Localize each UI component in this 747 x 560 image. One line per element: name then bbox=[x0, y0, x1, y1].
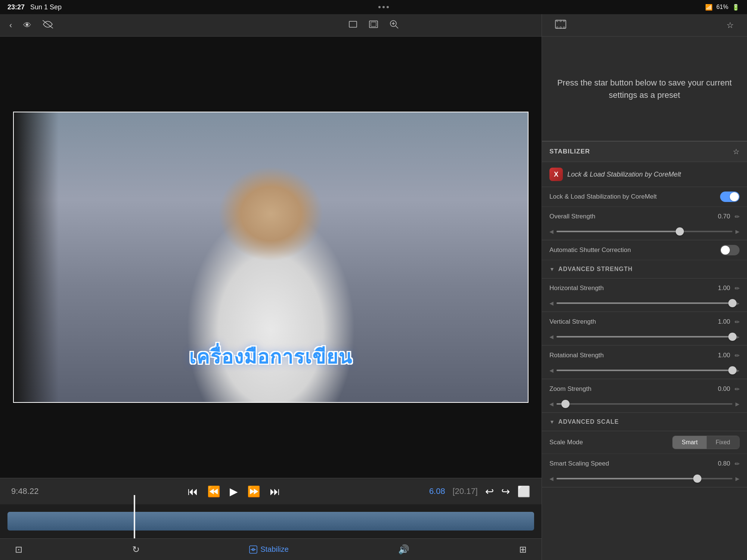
horizontal-thumb[interactable] bbox=[728, 299, 737, 307]
audio-button[interactable]: 🔊 bbox=[398, 544, 409, 555]
rotational-strength-label: Rotational Strength bbox=[549, 352, 715, 359]
rotational-fill bbox=[557, 370, 732, 371]
battery-icon: 🔋 bbox=[732, 4, 740, 11]
advanced-scale-header[interactable]: ▼ ADVANCED SCALE bbox=[542, 413, 747, 431]
main-container: เครื่องมือการเขียน 9:48.22 ⏮ ⏪ ▶ ⏩ ⏭ 6.0… bbox=[0, 37, 542, 560]
view-button-2[interactable] bbox=[41, 18, 55, 32]
zoom-right-arrow[interactable]: ▶ bbox=[735, 401, 740, 407]
subtitle-text: เครื่องมือการเขียน bbox=[189, 341, 353, 372]
zoom-thumb[interactable] bbox=[561, 400, 570, 408]
vertical-strength-edit-icon[interactable]: ✏ bbox=[735, 318, 740, 326]
zoom-left-arrow[interactable]: ◀ bbox=[549, 401, 554, 407]
vertical-left-arrow[interactable]: ◀ bbox=[549, 334, 554, 340]
frame-forward-button[interactable]: ⏩ bbox=[247, 485, 260, 498]
stabilizer-star-icon[interactable]: ☆ bbox=[733, 147, 740, 156]
frame-back-button[interactable]: ⏪ bbox=[207, 485, 220, 498]
zoom-button[interactable] bbox=[387, 18, 401, 33]
advanced-scale-chevron-icon: ▼ bbox=[549, 419, 555, 425]
track-bar bbox=[7, 512, 534, 531]
horizontal-left-arrow[interactable]: ◀ bbox=[549, 300, 554, 306]
right-panel: Press the star button below to save your… bbox=[542, 37, 747, 560]
smart-scaling-right-arrow[interactable]: ▶ bbox=[735, 476, 740, 482]
status-date: Sun 1 Sep bbox=[30, 3, 62, 11]
scale-mode-buttons: Smart Fixed bbox=[672, 436, 740, 449]
smart-scaling-left-arrow[interactable]: ◀ bbox=[549, 476, 554, 482]
toggle-label: Lock & Load Stabilization by CoreMelt bbox=[549, 193, 720, 200]
skip-to-start-button[interactable]: ⏮ bbox=[187, 485, 198, 498]
back-button[interactable]: ‹ bbox=[7, 19, 14, 32]
loop-button[interactable]: ↻ bbox=[132, 544, 140, 555]
status-right: 📶 61% 🔋 bbox=[705, 4, 740, 11]
fullscreen-button[interactable]: ⬜ bbox=[517, 485, 530, 498]
horizontal-strength-group: Horizontal Strength 1.00 ✏ ◀ ▶ bbox=[542, 279, 747, 312]
toggle-row-lockload: Lock & Load Stabilization by CoreMelt bbox=[542, 187, 747, 207]
overall-strength-group: Overall Strength 0.70 ✏ ◀ ▶ bbox=[542, 207, 747, 240]
smart-scaling-fill bbox=[557, 478, 697, 479]
scale-mode-label: Scale Mode bbox=[549, 439, 672, 446]
status-time: 23:27 bbox=[7, 3, 25, 11]
rotational-track[interactable] bbox=[557, 370, 732, 371]
zoom-strength-label: Zoom Strength bbox=[549, 385, 715, 393]
overall-strength-track[interactable] bbox=[557, 231, 732, 232]
svg-line-5 bbox=[396, 26, 398, 28]
scale-mode-fixed-button[interactable]: Fixed bbox=[707, 436, 739, 449]
overall-strength-edit-icon[interactable]: ✏ bbox=[735, 213, 740, 220]
preset-message: Press the star button below to save your… bbox=[542, 37, 747, 141]
rotational-strength-edit-icon[interactable]: ✏ bbox=[735, 352, 740, 359]
vertical-strength-group: Vertical Strength 1.00 ✏ ◀ ▶ bbox=[542, 312, 747, 346]
redo-button[interactable]: ↪ bbox=[501, 485, 510, 498]
crop-button[interactable] bbox=[346, 18, 360, 32]
overall-strength-row: Overall Strength 0.70 ✏ bbox=[542, 207, 747, 226]
toolbar-center bbox=[251, 18, 495, 33]
advanced-scale-title: ADVANCED SCALE bbox=[558, 419, 619, 425]
screenshot-button[interactable]: ⊡ bbox=[15, 544, 22, 555]
smart-scaling-thumb[interactable] bbox=[693, 475, 701, 483]
zoom-strength-slider: ◀ ▶ bbox=[542, 399, 747, 413]
shutter-correction-toggle[interactable] bbox=[720, 245, 740, 255]
view-button-1[interactable]: 👁 bbox=[21, 19, 33, 32]
skip-to-end-button[interactable]: ⏭ bbox=[270, 485, 280, 498]
vertical-strength-value: 1.00 bbox=[715, 318, 730, 326]
rotational-left-arrow[interactable]: ◀ bbox=[549, 367, 554, 373]
wifi-icon: 📶 bbox=[705, 4, 713, 11]
smart-scaling-speed-edit-icon[interactable]: ✏ bbox=[735, 460, 740, 467]
overall-strength-right-arrow[interactable]: ▶ bbox=[735, 228, 740, 234]
scale-mode-smart-button[interactable]: Smart bbox=[673, 436, 707, 449]
undo-button[interactable]: ↩ bbox=[485, 485, 494, 498]
horizontal-strength-value: 1.00 bbox=[715, 284, 730, 292]
vertical-fill bbox=[557, 336, 732, 337]
overall-strength-left-arrow[interactable]: ◀ bbox=[549, 228, 554, 234]
overall-strength-thumb[interactable] bbox=[676, 227, 684, 236]
play-button[interactable]: ▶ bbox=[230, 485, 238, 498]
rotational-strength-row: Rotational Strength 1.00 ✏ bbox=[542, 346, 747, 365]
right-toolbar: ☆ bbox=[542, 14, 747, 37]
bottom-tools: ⊡ ↻ Stabilize 🔊 ⊞ bbox=[0, 538, 542, 560]
lockload-toggle[interactable] bbox=[720, 192, 740, 202]
shutter-correction-label: Automatic Shutter Correction bbox=[549, 246, 720, 254]
zoom-strength-group: Zoom Strength 0.00 ✏ ◀ ▶ bbox=[542, 379, 747, 413]
advanced-strength-header[interactable]: ▼ ADVANCED STRENGTH bbox=[542, 260, 747, 279]
plugin-header: X Lock & Load Stabilization by CoreMelt bbox=[542, 162, 747, 187]
zoom-strength-value: 0.00 bbox=[715, 385, 730, 393]
right-star-button[interactable]: ☆ bbox=[725, 19, 736, 32]
video-preview: เครื่องมือการเขียน bbox=[0, 37, 542, 478]
toolbar-left: ‹ 👁 bbox=[7, 18, 251, 32]
zoom-strength-edit-icon[interactable]: ✏ bbox=[735, 386, 740, 393]
horizontal-fill bbox=[557, 302, 732, 304]
right-film-button[interactable] bbox=[553, 18, 568, 33]
overall-strength-value: 0.70 bbox=[715, 213, 730, 220]
frame-button[interactable] bbox=[367, 18, 380, 32]
zoom-track[interactable] bbox=[557, 403, 732, 405]
share-button[interactable]: ⊞ bbox=[519, 544, 527, 555]
smart-scaling-speed-row: Smart Scaling Speed 0.80 ✏ bbox=[542, 454, 747, 473]
stabilize-button[interactable]: Stabilize bbox=[249, 545, 289, 554]
smart-scaling-track[interactable] bbox=[557, 478, 732, 479]
timeline-controls: 9:48.22 ⏮ ⏪ ▶ ⏩ ⏭ 6.08 [20.17] ↩ ↪ ⬜ bbox=[0, 478, 542, 504]
vertical-thumb[interactable] bbox=[728, 333, 737, 341]
horizontal-strength-edit-icon[interactable]: ✏ bbox=[735, 285, 740, 292]
horizontal-track[interactable] bbox=[557, 302, 732, 304]
vertical-track[interactable] bbox=[557, 336, 732, 337]
vertical-strength-slider: ◀ ▶ bbox=[542, 332, 747, 345]
rotational-thumb[interactable] bbox=[728, 366, 737, 374]
overall-strength-slider: ◀ ▶ bbox=[542, 226, 747, 240]
